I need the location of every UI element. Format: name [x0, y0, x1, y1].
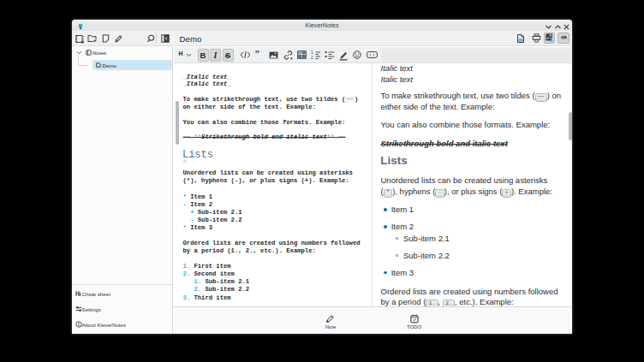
svg-text:1.: 1. — [311, 50, 314, 55]
svg-text:2.: 2. — [311, 56, 314, 60]
